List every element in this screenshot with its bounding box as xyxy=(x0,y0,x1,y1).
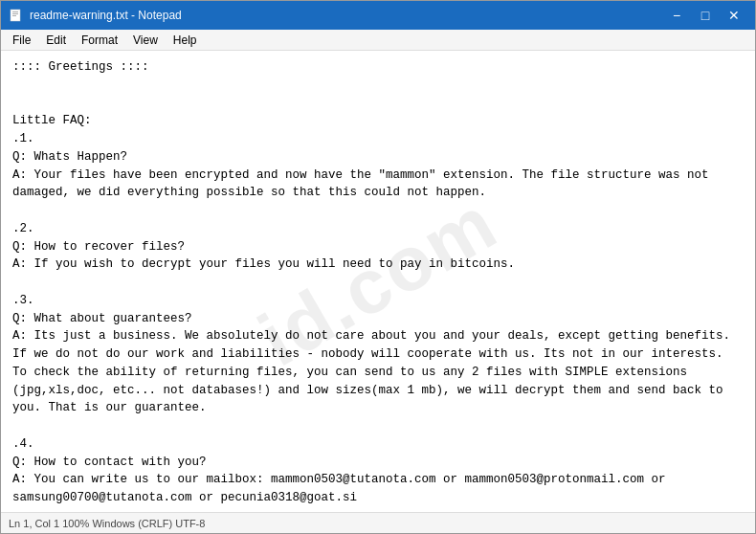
text-editor-area[interactable]: id.com :::: Greetings :::: Little FAQ: .… xyxy=(1,51,755,512)
menu-format[interactable]: Format xyxy=(74,32,125,49)
minimize-button[interactable]: − xyxy=(663,6,690,25)
svg-rect-2 xyxy=(12,13,18,14)
window-controls: − □ ✕ xyxy=(663,6,747,25)
menu-edit[interactable]: Edit xyxy=(38,32,74,49)
maximize-button[interactable]: □ xyxy=(692,6,719,25)
close-button[interactable]: ✕ xyxy=(721,6,747,25)
status-text: Ln 1, Col 1 100% Windows (CRLF) UTF-8 xyxy=(9,518,205,529)
menu-file[interactable]: File xyxy=(5,32,38,49)
file-content: :::: Greetings :::: Little FAQ: .1. Q: W… xyxy=(12,58,744,512)
window-title: readme-warning.txt - Notepad xyxy=(30,9,663,22)
menu-help[interactable]: Help xyxy=(166,32,205,49)
menu-view[interactable]: View xyxy=(125,32,166,49)
menu-bar: File Edit Format View Help xyxy=(1,30,755,51)
app-icon xyxy=(9,8,24,23)
notepad-window: readme-warning.txt - Notepad − □ ✕ File … xyxy=(0,0,756,534)
title-bar: readme-warning.txt - Notepad − □ ✕ xyxy=(1,1,755,30)
status-bar: Ln 1, Col 1 100% Windows (CRLF) UTF-8 xyxy=(1,512,755,533)
svg-rect-1 xyxy=(12,11,18,12)
svg-rect-3 xyxy=(12,15,16,16)
